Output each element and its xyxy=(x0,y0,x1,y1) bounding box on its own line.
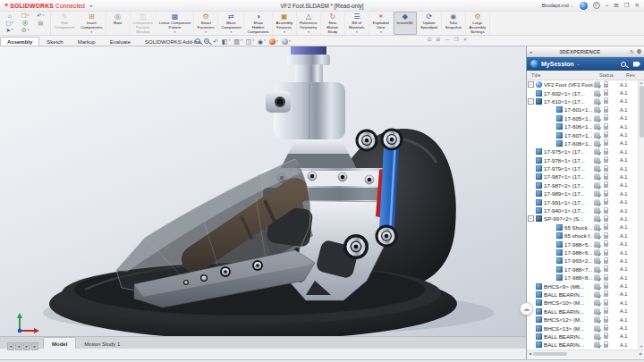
tab-scroll-button-3[interactable]: ▸ xyxy=(31,342,38,350)
apply-scene-icon[interactable]: ▾ xyxy=(282,38,291,45)
column-status[interactable]: Status xyxy=(599,72,626,78)
expander-icon[interactable]: − xyxy=(528,81,534,88)
tree-row[interactable]: 17-988<8...A.1 xyxy=(527,274,638,282)
instant3d-button[interactable]: ◆Instant3D xyxy=(394,12,418,35)
prosthetic-foot-model[interactable] xyxy=(0,46,526,336)
tag-icon[interactable] xyxy=(633,62,640,67)
tab-markup[interactable]: Markup xyxy=(71,37,103,46)
insert-components-button[interactable]: ⊞InsertComponents▾ xyxy=(78,12,106,35)
qat-options-button[interactable]: ⚙▾ xyxy=(21,28,30,34)
tree-row[interactable]: 17-975<1> (17...A.1 xyxy=(527,147,638,156)
qat-file-properties-button[interactable]: ▤ xyxy=(38,21,43,27)
tree-row[interactable]: 17-601<1...A.1 xyxy=(527,105,638,114)
doc-window-restore-button[interactable]: ❐ xyxy=(454,38,459,43)
chevron-down-icon[interactable]: ⌄ xyxy=(577,62,580,66)
assembly-features-button[interactable]: ▣AssemblyFeatures▾ xyxy=(273,12,297,35)
tab-scroll-button-0[interactable]: ◂ xyxy=(7,342,14,350)
doc-window-tile-button[interactable]: ⊟ xyxy=(436,38,441,43)
tree-row[interactable]: 17-988<7...A.1 xyxy=(527,265,638,274)
doc-tab-motion-study-1[interactable]: Motion Study 1 xyxy=(76,337,128,349)
column-rev[interactable]: Rev xyxy=(626,72,644,78)
hide-show-items-icon[interactable]: ◉▾ xyxy=(258,38,266,45)
edit-appearance-icon[interactable]: ▾ xyxy=(269,38,278,45)
3d-viewport[interactable] xyxy=(0,46,526,336)
view-orientation-icon[interactable]: ▥▾ xyxy=(233,38,242,45)
window-tile-button[interactable]: ⊞ xyxy=(614,3,618,9)
tree-row[interactable]: 17-607<1...A.1 xyxy=(527,130,638,139)
scrollbar-thumb[interactable] xyxy=(533,352,567,356)
tab-scroll-button-2[interactable]: ▸ xyxy=(23,342,30,350)
mysession-label[interactable]: MySession xyxy=(541,61,574,67)
smart-fasteners-button[interactable]: ⚙SmartFasteners▾ xyxy=(194,12,218,35)
scrollbar-thumb[interactable] xyxy=(640,86,644,138)
large-assembly-settings-button[interactable]: ⚙LargeAssemblySettings▾ xyxy=(466,12,490,35)
window-close-button[interactable]: ✕ xyxy=(635,3,640,9)
column-title[interactable]: Title xyxy=(527,72,599,78)
expander-icon[interactable]: − xyxy=(528,215,534,222)
tree-row[interactable]: BHCS<9> (M6...A.1 xyxy=(527,282,638,290)
tree-row[interactable]: 17-989<1> (17...A.1 xyxy=(527,189,638,198)
qat-home-button[interactable]: ⌂ xyxy=(8,13,12,20)
doc-window-minimize-button[interactable]: — xyxy=(445,38,450,43)
tree-row[interactable]: BALL BEARIN...A.1 xyxy=(527,307,638,316)
tree-row[interactable]: 17-606<1...A.1 xyxy=(527,122,638,130)
tab-evaluate[interactable]: Evaluate xyxy=(103,37,138,46)
tree-row[interactable]: −VF2 Foot (VF2 Foot)A.1 xyxy=(527,80,638,88)
3dexperience-compass-icon[interactable] xyxy=(580,2,588,10)
tree-row[interactable]: BALL BEARIN...A.1 xyxy=(527,290,638,299)
window-restore-button[interactable]: ❐ xyxy=(624,3,630,9)
tree-row[interactable]: BALL BEARIN...A.1 xyxy=(527,333,638,341)
search-icon[interactable] xyxy=(621,62,626,67)
exploded-view-button[interactable]: ✶ExplodedView▾ xyxy=(369,12,394,35)
tree-row[interactable]: 17-991<1> (17...A.1 xyxy=(527,198,638,206)
tree-row[interactable]: 17-978<1> (17...A.1 xyxy=(527,156,638,164)
doc-window-new-button[interactable]: ⊡ xyxy=(428,38,432,43)
tab-scroll-button-1[interactable]: ◂ xyxy=(15,342,22,350)
tree-row[interactable]: 17-987<1> (17...A.1 xyxy=(527,173,638,181)
doc-window-close-button[interactable]: ✕ xyxy=(463,38,468,43)
refresh-icon[interactable]: ↻ xyxy=(630,49,634,55)
tree-row[interactable]: 17-602<1> (17...A.1 xyxy=(527,88,638,97)
new-motion-study-button[interactable]: ↻NewMotionStudy xyxy=(321,12,345,35)
move-component-button[interactable]: ⇄MoveComponent▾ xyxy=(218,12,244,35)
qat-rebuild-button[interactable]: ⦿ xyxy=(22,21,29,27)
expander-icon[interactable]: − xyxy=(528,98,534,105)
cloud-panel-toggle-button[interactable]: ☁ xyxy=(520,302,533,316)
tree-row[interactable]: BHCS<12> (M...A.1 xyxy=(527,316,638,324)
tree-row[interactable]: BALL BEARIN...A.1 xyxy=(527,341,638,349)
zoom-fit-icon[interactable] xyxy=(195,38,200,44)
reference-geometry-button[interactable]: △ReferenceGeometry▾ xyxy=(297,12,321,35)
search-dropdown[interactable]: Biodapt.ind ⌄ xyxy=(542,3,574,8)
tree-row[interactable]: 17-605<1...A.1 xyxy=(527,114,638,122)
previous-view-icon[interactable]: ↶ xyxy=(213,38,218,45)
horizontal-scrollbar[interactable]: ◀▶ xyxy=(527,349,644,357)
tree-row[interactable]: 17-987<2> (17...A.1 xyxy=(527,181,638,189)
show-hidden-components-button[interactable]: ◑ShowHiddenComponents xyxy=(244,12,272,35)
tree-row[interactable]: −SP-997<2> (S...A.1 xyxy=(527,215,638,223)
tree-row[interactable]: BHCS<13> (M...A.1 xyxy=(527,324,638,332)
bill-of-materials-button[interactable]: ☰Bill ofMaterials▾ xyxy=(345,12,369,35)
tree-row[interactable]: 65 Shock ...A.1 xyxy=(527,223,638,232)
tree-row[interactable]: 17-993<2...A.1 xyxy=(527,257,638,265)
tree-row[interactable]: 17-608<1...A.1 xyxy=(527,139,638,147)
compass-icon[interactable] xyxy=(530,60,538,68)
qat-open-button[interactable]: ❒▾ xyxy=(21,13,30,20)
take-snapshot-button[interactable]: ◉TakeSnapshot xyxy=(442,12,466,35)
tree-row[interactable]: 65 shock f...A.1 xyxy=(527,232,638,240)
tree-row[interactable]: BHCS<10> (M...A.1 xyxy=(527,299,638,307)
vertical-scrollbar[interactable]: ▲ ▼ xyxy=(638,80,644,349)
tab-sketch[interactable]: Sketch xyxy=(39,37,70,46)
tree-row[interactable]: 17-988<5...A.1 xyxy=(527,240,638,248)
window-minimize-button[interactable]: – xyxy=(606,3,609,9)
zoom-to-area-icon[interactable] xyxy=(204,38,209,44)
pin-icon[interactable] xyxy=(636,48,642,55)
linear-component-pattern-button[interactable]: ▦Linear ComponentPattern▾ xyxy=(157,12,194,35)
tree-row[interactable]: 17-940<1> (17...A.1 xyxy=(527,206,638,215)
update-speedpak-button[interactable]: ⟳UpdateSpeedpak xyxy=(418,12,442,35)
section-view-icon[interactable]: ◧▾ xyxy=(222,38,230,45)
qat-new-document-button[interactable]: ▢▾ xyxy=(5,21,13,27)
doc-tab-model[interactable]: Model xyxy=(43,337,76,349)
display-style-icon[interactable]: ◫▾ xyxy=(246,38,254,45)
mate-button[interactable]: ◎Mate xyxy=(106,12,131,35)
tree-row[interactable]: 17-979<1> (17...A.1 xyxy=(527,164,638,173)
